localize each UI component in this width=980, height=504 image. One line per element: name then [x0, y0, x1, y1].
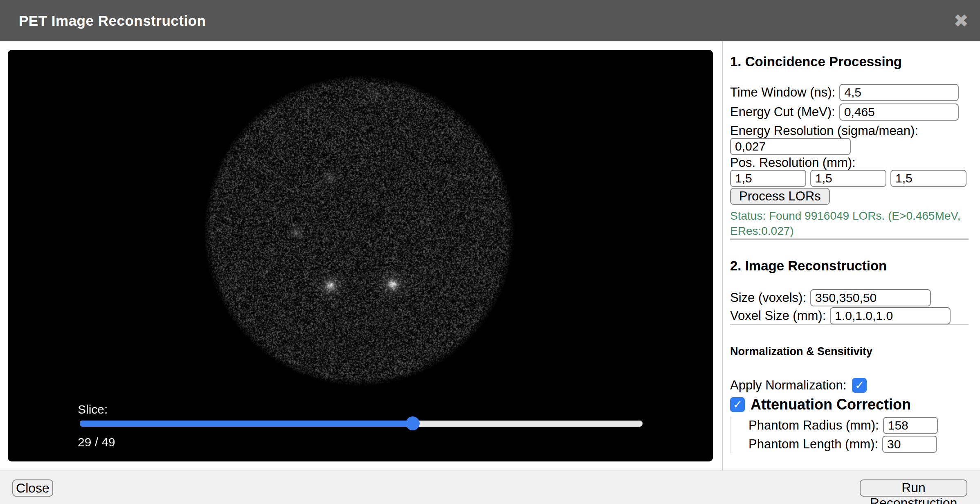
voxel-size-input[interactable] [830, 307, 951, 324]
slider-fill [80, 421, 413, 427]
normalization-heading: Normalization & Sensitivity [730, 345, 969, 358]
section-heading-coincidence: 1. Coincidence Processing [730, 55, 969, 69]
voxel-size-label: Voxel Size (mm): [730, 308, 826, 323]
run-reconstruction-button[interactable]: Run Reconstruction [860, 479, 967, 497]
attenuation-checkbox[interactable]: ✓ [730, 397, 745, 412]
attenuation-label: Attenuation Correction [751, 396, 911, 413]
slice-indicator: 29 / 49 [78, 435, 115, 449]
energy-cut-label: Energy Cut (MeV): [730, 105, 835, 119]
slice-slider[interactable] [80, 416, 643, 430]
section-heading-reconstruction: 2. Image Reconstruction [730, 259, 969, 273]
slider-thumb[interactable] [406, 416, 420, 430]
apply-normalization-label: Apply Normalization: [730, 378, 846, 393]
close-button[interactable]: Close [12, 479, 53, 497]
time-window-label: Time Window (ns): [730, 85, 835, 100]
footer-bar: Close Run Reconstruction [0, 470, 980, 504]
energy-resolution-label: Energy Resolution (sigma/mean): [730, 124, 969, 138]
image-panel: Slice: 29 / 49 [8, 50, 713, 461]
pet-slice-canvas [8, 50, 713, 461]
phantom-length-label: Phantom Length (mm): [748, 437, 878, 452]
checkmark-icon: ✓ [733, 399, 742, 410]
energy-cut-row: Energy Cut (MeV): [730, 104, 969, 121]
dialog-title: PET Image Reconstruction [19, 13, 206, 29]
attenuation-options: Phantom Radius (mm): Phantom Length (mm)… [731, 416, 969, 453]
phantom-length-input[interactable] [882, 436, 937, 453]
apply-normalization-row: Apply Normalization: ✓ [730, 378, 969, 393]
header-bar: PET Image Reconstruction ✖ [0, 0, 980, 41]
phantom-length-row: Phantom Length (mm): [748, 435, 969, 453]
size-label: Size (voxels): [730, 290, 806, 305]
slice-label: Slice: [78, 403, 108, 416]
phantom-radius-label: Phantom Radius (mm): [748, 418, 879, 433]
status-text: Status: Found 9916049 LORs. (E>0.465MeV,… [730, 208, 965, 239]
close-icon[interactable]: ✖ [953, 0, 969, 41]
pos-resolution-input-y[interactable] [810, 170, 886, 187]
divider [730, 239, 969, 240]
energy-resolution-input[interactable] [730, 138, 851, 155]
pos-resolution-inputs [730, 170, 969, 187]
time-window-input[interactable] [839, 84, 959, 101]
phantom-radius-row: Phantom Radius (mm): [748, 416, 969, 434]
pos-resolution-input-z[interactable] [890, 170, 967, 187]
sidebar: 1. Coincidence Processing Time Window (n… [722, 41, 980, 470]
attenuation-row: ✓ Attenuation Correction [730, 396, 969, 413]
time-window-row: Time Window (ns): [730, 84, 969, 101]
checkmark-icon: ✓ [855, 380, 864, 391]
voxel-size-row: Voxel Size (mm): [730, 307, 969, 324]
size-row: Size (voxels): [730, 289, 969, 306]
apply-normalization-checkbox[interactable]: ✓ [852, 378, 867, 393]
energy-cut-input[interactable] [839, 104, 959, 121]
pos-resolution-input-x[interactable] [730, 170, 806, 187]
divider [730, 324, 969, 325]
pos-resolution-label: Pos. Resolution (mm): [730, 156, 969, 170]
process-lors-button[interactable]: Process LORs [730, 188, 830, 205]
size-input[interactable] [810, 289, 931, 306]
phantom-radius-input[interactable] [883, 417, 938, 434]
